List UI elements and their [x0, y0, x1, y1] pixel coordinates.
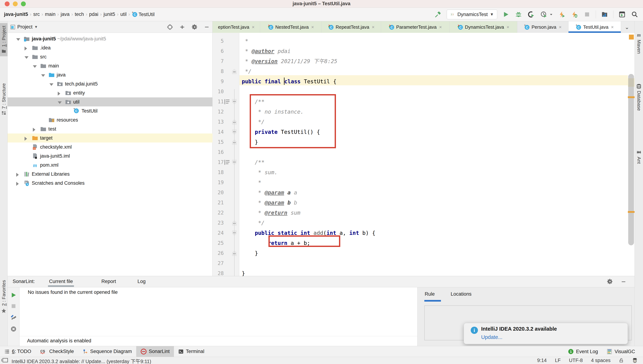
locate-icon[interactable]: [167, 24, 173, 30]
line-number[interactable]: 15: [212, 137, 224, 147]
breadcrumb-item-src[interactable]: src: [32, 12, 41, 17]
update-link[interactable]: Update...: [481, 334, 502, 340]
line-number[interactable]: 21: [212, 198, 224, 208]
javadoc-list-icon[interactable]: [224, 160, 230, 165]
tool-button-sequence-diagram[interactable]: Sequence Diagram: [78, 346, 136, 357]
code-line-18[interactable]: 18 * sum.: [212, 168, 634, 178]
line-number[interactable]: 26: [212, 248, 224, 258]
tab-testutil-java[interactable]: CTestUtil.java×: [568, 21, 621, 33]
clear-close-icon[interactable]: [10, 326, 16, 332]
close-icon[interactable]: ×: [559, 24, 562, 30]
code-line-19[interactable]: 19 *: [212, 178, 634, 188]
tab-person-java[interactable]: CPerson.java×: [517, 21, 568, 33]
tool-button-terminal[interactable]: Terminal: [174, 346, 208, 357]
line-number[interactable]: 22: [212, 208, 224, 218]
line-number[interactable]: 13: [212, 117, 224, 127]
ide-updates-icon[interactable]: [632, 358, 638, 363]
indent-setting[interactable]: 4 spaces: [591, 358, 610, 363]
stripe-item-structure[interactable]: 7: Structure: [0, 81, 8, 118]
tree-item-entity[interactable]: entity: [8, 88, 212, 98]
collapse-all-icon[interactable]: [179, 24, 185, 30]
close-icon[interactable]: ×: [611, 24, 614, 30]
code-line-26[interactable]: 26 }: [212, 248, 634, 258]
expanded-arrow-icon[interactable]: [58, 101, 62, 104]
tree-item-util[interactable]: util: [8, 98, 212, 106]
tree-item-main[interactable]: main: [8, 61, 212, 70]
stripe-item-maven[interactable]: mMaven: [635, 32, 643, 54]
tab-parametertest-java[interactable]: CParameterTest.java×: [381, 21, 450, 33]
breadcrumb-item-util[interactable]: util: [119, 12, 128, 17]
code-line-20[interactable]: 20 * @param a a: [212, 188, 634, 198]
line-number[interactable]: 7: [212, 56, 224, 66]
code-line-21[interactable]: 21 * @param b b: [212, 198, 634, 208]
code-line-5[interactable]: 5 *: [212, 36, 634, 46]
rerun-lightning-icon[interactable]: [558, 10, 566, 18]
code-line-6[interactable]: 6 * @author pdai: [212, 46, 634, 56]
line-number[interactable]: 24: [212, 228, 224, 238]
tree-item-pom-xml[interactable]: mpom.xml: [8, 160, 212, 170]
line-number[interactable]: 27: [212, 258, 224, 268]
stripe-item-ant[interactable]: Ant: [635, 150, 643, 164]
line-number[interactable]: 25: [212, 238, 224, 248]
expanded-arrow-icon[interactable]: [50, 83, 54, 86]
sonarlint-tab-log[interactable]: Log: [138, 279, 146, 284]
line-number[interactable]: 5: [212, 36, 224, 46]
line-number[interactable]: 20: [212, 188, 224, 198]
breadcrumb-item-testutil[interactable]: CTestUtil: [130, 11, 156, 17]
tool-button-todo[interactable]: 6: TODO: [0, 346, 36, 357]
line-number[interactable]: 10: [212, 86, 224, 97]
expanded-arrow-icon[interactable]: [41, 74, 45, 77]
code-line-27[interactable]: 27: [212, 258, 634, 268]
project-structure-icon[interactable]: [600, 10, 608, 18]
analyze-play-icon[interactable]: [10, 292, 16, 298]
tab-rule[interactable]: Rule: [425, 291, 435, 297]
line-number[interactable]: 17: [212, 157, 224, 168]
breadcrumb-item-pdai[interactable]: pdai: [88, 12, 100, 17]
collapsed-arrow-icon[interactable]: [24, 137, 27, 141]
stripe-item-favorites[interactable]: 2: Favorites: [0, 278, 8, 316]
tree-item-resources[interactable]: resources: [8, 116, 212, 124]
fold-end-icon[interactable]: [232, 69, 237, 74]
tool-button-sonarlint[interactable]: SonarLint: [136, 346, 174, 357]
code-line-17[interactable]: 17 /**: [212, 157, 634, 168]
minimize-window-button[interactable]: [13, 2, 18, 6]
hide-icon[interactable]: [204, 24, 210, 30]
breadcrumb-item-java[interactable]: java: [60, 12, 71, 17]
status-message[interactable]: IntelliJ IDEA 2020.3.2 available: // Upd…: [12, 358, 151, 364]
collapsed-arrow-icon[interactable]: [24, 46, 27, 50]
tab-repeattest-java[interactable]: CRepeatTest.java×: [322, 21, 381, 33]
breadcrumb-item-java-junit5[interactable]: java-junit5: [3, 12, 29, 17]
code-line-23[interactable]: 23 */: [212, 218, 634, 228]
tree-item-scratches-and-consoles[interactable]: Scratches and Consoles: [8, 178, 212, 188]
close-icon[interactable]: ×: [311, 24, 314, 30]
collapsed-arrow-icon[interactable]: [58, 92, 60, 96]
run-icon[interactable]: [502, 10, 510, 18]
unlock-icon[interactable]: [619, 358, 624, 363]
expanded-arrow-icon[interactable]: [33, 65, 37, 68]
code-line-22[interactable]: 22 * @return sum: [212, 208, 634, 218]
close-icon[interactable]: ×: [252, 24, 254, 30]
tab-locations[interactable]: Locations: [451, 291, 472, 297]
collapsed-arrow-icon[interactable]: [16, 173, 19, 177]
tool-button-visualgc[interactable]: VisualGC: [602, 346, 640, 357]
line-number[interactable]: 12: [212, 107, 224, 117]
line-number[interactable]: 6: [212, 46, 224, 56]
tree-item-testutil[interactable]: CTestUtil: [8, 106, 212, 116]
line-number[interactable]: 16: [212, 147, 224, 157]
tree-item-java-junit5-iml[interactable]: java-junit5.iml: [8, 152, 212, 160]
search-icon[interactable]: [631, 10, 639, 18]
scrollbar-thumb[interactable]: [628, 74, 634, 245]
tree-item--idea[interactable]: .idea: [8, 43, 212, 52]
line-number[interactable]: 8: [212, 66, 224, 76]
hidden-tabs-chevron-icon[interactable]: ⌄: [621, 21, 633, 33]
tab-dynamicstest-java[interactable]: CDynamicsTest.java×: [450, 21, 517, 33]
debug-icon[interactable]: [514, 10, 522, 18]
tree-item-external-libraries[interactable]: External Libraries: [8, 170, 212, 178]
line-number[interactable]: 9: [212, 76, 224, 86]
tool-button-event-log[interactable]: 1Event Log: [564, 346, 602, 357]
close-window-button[interactable]: [5, 2, 10, 6]
breadcrumb-item-tech[interactable]: tech: [74, 12, 85, 17]
debug-lightning-icon[interactable]: [570, 10, 578, 18]
line-separator[interactable]: LF: [555, 358, 561, 363]
tree-item-src[interactable]: src: [8, 52, 212, 61]
